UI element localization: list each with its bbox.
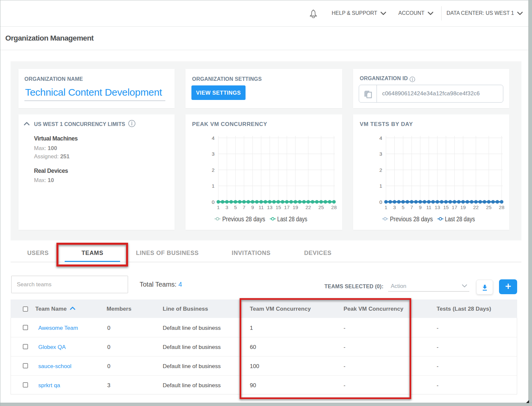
svg-text:5: 5 bbox=[234, 204, 237, 210]
svg-text:3: 3 bbox=[379, 151, 382, 157]
svg-text:9: 9 bbox=[251, 204, 254, 210]
svg-text:13: 13 bbox=[267, 204, 273, 210]
svg-text:25: 25 bbox=[318, 204, 324, 210]
svg-text:15: 15 bbox=[276, 204, 281, 210]
svg-text:4: 4 bbox=[379, 135, 382, 141]
svg-text:Previous 28 days: Previous 28 days bbox=[222, 215, 265, 223]
svg-text:Last 28 days: Last 28 days bbox=[445, 215, 475, 223]
svg-text:1: 1 bbox=[384, 204, 387, 210]
svg-text:5: 5 bbox=[402, 204, 404, 210]
svg-text:28: 28 bbox=[499, 204, 505, 210]
svg-text:Last 28 days: Last 28 days bbox=[277, 215, 307, 223]
svg-text:7: 7 bbox=[243, 204, 245, 210]
svg-text:15: 15 bbox=[443, 204, 449, 210]
svg-text:2: 2 bbox=[379, 167, 382, 173]
svg-text:2: 2 bbox=[212, 167, 215, 173]
svg-text:25: 25 bbox=[486, 204, 492, 210]
svg-text:3: 3 bbox=[225, 204, 228, 210]
svg-text:17: 17 bbox=[452, 204, 457, 210]
svg-text:19: 19 bbox=[293, 204, 298, 210]
svg-text:7: 7 bbox=[410, 204, 413, 210]
svg-text:1: 1 bbox=[212, 183, 215, 189]
svg-text:0: 0 bbox=[212, 199, 215, 205]
svg-text:19: 19 bbox=[460, 204, 466, 210]
svg-text:11: 11 bbox=[426, 204, 432, 210]
svg-text:11: 11 bbox=[259, 204, 264, 210]
svg-text:3: 3 bbox=[212, 151, 215, 157]
svg-text:17: 17 bbox=[284, 204, 290, 210]
svg-text:9: 9 bbox=[419, 204, 421, 210]
svg-text:28: 28 bbox=[331, 204, 337, 210]
svg-text:3: 3 bbox=[393, 204, 396, 210]
svg-text:Previous 28 days: Previous 28 days bbox=[390, 215, 433, 223]
svg-text:1: 1 bbox=[379, 183, 382, 189]
svg-text:1: 1 bbox=[217, 204, 219, 210]
svg-text:4: 4 bbox=[212, 135, 215, 141]
svg-text:0: 0 bbox=[379, 199, 382, 205]
svg-text:22: 22 bbox=[306, 204, 311, 210]
svg-text:22: 22 bbox=[473, 204, 479, 210]
svg-text:13: 13 bbox=[435, 204, 440, 210]
